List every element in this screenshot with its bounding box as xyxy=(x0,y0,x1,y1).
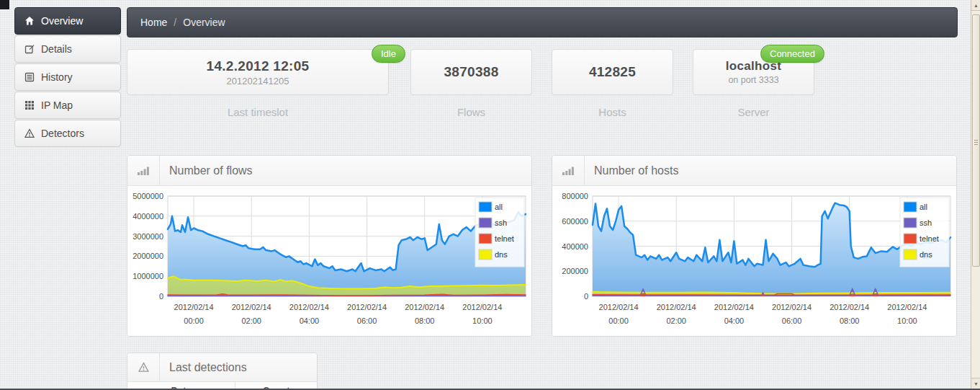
flows-chart: 0100000020000003000000400000050000002012… xyxy=(127,186,531,337)
panel-title: Number of flows xyxy=(160,156,253,185)
svg-text:all: all xyxy=(495,203,503,211)
svg-text:02:00: 02:00 xyxy=(241,316,261,325)
vertical-scrollbar[interactable]: ▲ ▼ xyxy=(971,0,980,389)
sidebar-item-overview[interactable]: Overview xyxy=(14,7,121,35)
svg-text:3000000: 3000000 xyxy=(132,232,163,241)
svg-text:04:00: 04:00 xyxy=(724,316,745,325)
flows-chart-panel: Number of flows 010000002000000300000040… xyxy=(127,155,532,337)
scroll-up-icon: ▲ xyxy=(974,3,979,8)
svg-text:5000000: 5000000 xyxy=(132,192,163,200)
svg-text:ssh: ssh xyxy=(495,218,507,227)
svg-text:10:00: 10:00 xyxy=(472,316,493,325)
stat-value: 412825 xyxy=(589,64,636,80)
home-icon xyxy=(24,16,35,26)
svg-text:00:00: 00:00 xyxy=(608,316,629,325)
panel-header: Number of hosts xyxy=(552,156,956,186)
svg-text:00:00: 00:00 xyxy=(184,316,204,325)
dashboard-page: Overview Details History IP Map Detector… xyxy=(0,0,980,390)
svg-text:200000: 200000 xyxy=(562,267,588,275)
svg-text:2012/02/14: 2012/02/14 xyxy=(887,303,927,311)
svg-text:2012/02/14: 2012/02/14 xyxy=(347,303,387,311)
sidebar-item-label: IP Map xyxy=(41,99,73,111)
stat-label: Flows xyxy=(410,106,532,118)
svg-text:dns: dns xyxy=(495,250,508,259)
scrollbar-grip xyxy=(974,139,978,145)
sidebar-item-label: History xyxy=(41,71,73,83)
panel-title: Last detections xyxy=(160,353,247,381)
svg-text:4000000: 4000000 xyxy=(132,212,163,221)
chart-svg: 02000004000006000008000002012/02/1400:00… xyxy=(552,186,956,334)
stat-label: Server xyxy=(693,106,814,118)
sidebar-item-details[interactable]: Details xyxy=(14,35,121,63)
svg-text:2012/02/14: 2012/02/14 xyxy=(289,303,329,311)
sidebar: Overview Details History IP Map Detector… xyxy=(14,7,121,148)
svg-text:1000000: 1000000 xyxy=(132,272,163,280)
breadcrumb-current: Overview xyxy=(183,17,225,28)
scroll-down-button[interactable]: ▼ xyxy=(971,378,980,389)
edit-icon xyxy=(24,44,35,54)
svg-text:06:00: 06:00 xyxy=(782,316,802,325)
svg-text:2012/02/14: 2012/02/14 xyxy=(772,303,812,311)
svg-text:08:00: 08:00 xyxy=(415,316,435,325)
svg-text:04:00: 04:00 xyxy=(300,316,320,325)
bar-chart-icon xyxy=(127,156,160,185)
svg-text:400000: 400000 xyxy=(562,242,588,251)
svg-text:800000: 800000 xyxy=(562,192,588,200)
svg-text:2012/02/14: 2012/02/14 xyxy=(714,303,754,311)
hosts-chart-panel: Number of hosts 020000040000060000080000… xyxy=(552,155,957,337)
list-icon xyxy=(24,72,35,82)
sidebar-item-label: Detectors xyxy=(41,128,84,139)
last-detections-panel: Last detections Date Count xyxy=(127,353,318,390)
svg-text:telnet: telnet xyxy=(920,234,939,243)
sidebar-item-ip-map[interactable]: IP Map xyxy=(14,92,121,119)
warning-icon xyxy=(127,353,160,381)
svg-text:ssh: ssh xyxy=(920,218,932,227)
svg-text:2000000: 2000000 xyxy=(132,252,163,260)
svg-text:dns: dns xyxy=(920,250,932,259)
stat-subvalue: on port 3333 xyxy=(728,75,778,85)
svg-text:2012/02/14: 2012/02/14 xyxy=(830,303,869,311)
svg-text:600000: 600000 xyxy=(562,217,588,226)
panel-header: Number of flows xyxy=(127,156,531,186)
svg-text:2012/02/14: 2012/02/14 xyxy=(599,303,639,311)
panel-title: Number of hosts xyxy=(585,156,678,185)
hosts-chart: 02000004000006000008000002012/02/1400:00… xyxy=(552,186,956,337)
sidebar-item-label: Details xyxy=(41,43,72,55)
stat-subvalue: 201202141205 xyxy=(227,76,289,87)
stat-card-hosts: 412825 xyxy=(552,49,673,95)
status-badge-idle: Idle xyxy=(372,45,405,63)
svg-text:telnet: telnet xyxy=(495,234,514,243)
svg-text:2012/02/14: 2012/02/14 xyxy=(174,303,214,311)
stat-card-flows: 3870388 xyxy=(410,49,532,95)
stat-card-last-timeslot: 14.2.2012 12:05 201202141205 xyxy=(127,49,389,95)
svg-text:02:00: 02:00 xyxy=(666,316,686,325)
scroll-up-button[interactable]: ▲ xyxy=(971,0,980,11)
svg-text:10:00: 10:00 xyxy=(897,316,917,325)
chart-svg: 0100000020000003000000400000050000002012… xyxy=(127,186,531,334)
warning-icon xyxy=(24,128,35,138)
bar-chart-icon xyxy=(552,156,585,185)
breadcrumb-home-link[interactable]: Home xyxy=(140,17,167,28)
stat-value: 14.2.2012 12:05 xyxy=(207,58,310,74)
svg-text:2012/02/14: 2012/02/14 xyxy=(405,303,444,311)
stat-label: Hosts xyxy=(552,106,673,118)
stat-value: 3870388 xyxy=(444,64,498,80)
stat-label: Last timeslot xyxy=(127,106,389,118)
sidebar-item-history[interactable]: History xyxy=(14,63,121,91)
svg-text:all: all xyxy=(920,203,927,211)
svg-text:0: 0 xyxy=(159,292,163,301)
svg-text:2012/02/14: 2012/02/14 xyxy=(657,303,696,311)
svg-text:2012/02/14: 2012/02/14 xyxy=(462,303,502,311)
scrollbar-thumb[interactable] xyxy=(972,14,980,267)
window-corner-artifact xyxy=(0,0,9,9)
sidebar-item-detectors[interactable]: Detectors xyxy=(14,120,121,147)
grid-icon xyxy=(24,100,35,110)
svg-text:08:00: 08:00 xyxy=(840,316,860,325)
sidebar-item-label: Overview xyxy=(41,15,83,27)
svg-text:2012/02/14: 2012/02/14 xyxy=(232,303,271,311)
svg-text:06:00: 06:00 xyxy=(357,316,377,325)
svg-text:0: 0 xyxy=(584,292,588,301)
breadcrumb-separator: / xyxy=(174,17,176,28)
status-badge-connected: Connected xyxy=(760,45,824,63)
scroll-down-icon: ▼ xyxy=(974,381,979,386)
